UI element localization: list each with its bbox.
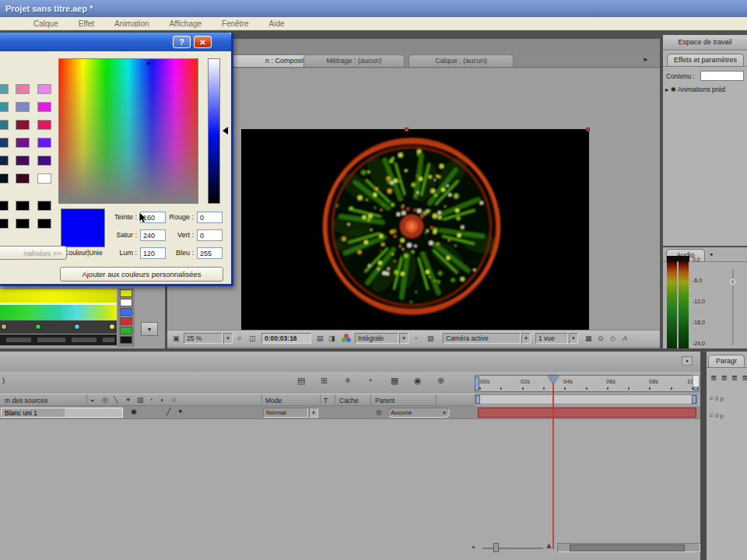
- pickwhip-icon[interactable]: ◎: [376, 408, 382, 416]
- transparency-grid-icon[interactable]: ▨: [427, 334, 434, 342]
- roi-icon[interactable]: ▫: [415, 334, 417, 342]
- gradient-swatch[interactable]: [120, 327, 132, 334]
- basic-color-swatch[interactable]: [16, 156, 30, 166]
- blue-input[interactable]: 255: [197, 247, 223, 259]
- luminance-strip[interactable]: [208, 58, 220, 204]
- basic-color-swatch[interactable]: [0, 138, 9, 148]
- audio-level-knob[interactable]: [729, 278, 736, 285]
- workspace-bar[interactable]: Espace de travail: [663, 35, 747, 51]
- selection-handle[interactable]: [586, 128, 590, 131]
- timeline-tool-icon[interactable]: ✳: [344, 376, 351, 386]
- camera-dropdown-icon[interactable]: ▼: [521, 333, 531, 344]
- dialog-help-icon[interactable]: ?: [173, 36, 191, 48]
- timeline-zoom-thumb[interactable]: [493, 543, 499, 552]
- basic-color-swatch[interactable]: [0, 84, 9, 94]
- timeline-tool-icon[interactable]: ⊕: [437, 376, 444, 386]
- hscrollbar-thumb[interactable]: [570, 544, 685, 551]
- color-picker-dialog[interactable]: ? ✕ + Couleur|Unie Teinte : 160 Satur : …: [0, 33, 233, 286]
- camera-select[interactable]: Caméra active: [443, 333, 521, 344]
- layer-name-box[interactable]: Blanc uni 1: [1, 408, 123, 418]
- timeline-tool-icon[interactable]: ▤: [297, 376, 305, 386]
- luminance-arrow-icon[interactable]: [223, 127, 228, 135]
- col-source-name[interactable]: m des sources: [5, 397, 47, 404]
- basic-color-swatch[interactable]: [16, 84, 30, 94]
- green-input[interactable]: 0: [197, 229, 223, 241]
- basic-color-swatch[interactable]: [0, 173, 9, 184]
- gradient-stop[interactable]: [1, 324, 7, 330]
- timeline-side-button[interactable]: [693, 375, 700, 387]
- dialog-close-icon[interactable]: ✕: [194, 36, 212, 48]
- audio-meter-right[interactable]: [679, 261, 689, 348]
- mask-toggle-icon[interactable]: ◫: [249, 334, 256, 342]
- custom-color-swatch[interactable]: [16, 219, 30, 229]
- pixel-aspect-icon[interactable]: ◇: [610, 334, 615, 342]
- red-input[interactable]: 0: [197, 212, 223, 223]
- col-trkmat[interactable]: T: [324, 397, 328, 404]
- gradient-swatch[interactable]: [120, 317, 132, 325]
- twirl-icon[interactable]: ▸: [665, 86, 668, 93]
- tab-metrage[interactable]: Métrage : (aucun): [303, 54, 405, 67]
- tab-calque[interactable]: Calque : (aucun): [409, 54, 514, 67]
- dialog-titlebar[interactable]: ? ✕: [0, 33, 231, 51]
- layer-switches[interactable]: ◉╱✦: [129, 408, 191, 417]
- gradient-swatch[interactable]: [120, 308, 132, 316]
- comp-viewer[interactable]: [167, 68, 663, 330]
- basic-color-swatch[interactable]: [16, 120, 30, 130]
- col-cache[interactable]: Cache: [339, 397, 359, 404]
- align-icon[interactable]: ≣: [742, 373, 747, 382]
- col-mode[interactable]: Mode: [265, 397, 282, 404]
- tab-paragraph[interactable]: Paragr: [708, 355, 745, 367]
- indent-right-field[interactable]: ≡ 0 p: [710, 412, 724, 419]
- layer-row[interactable]: Blanc uni 1 ◉╱✦ Normal ▼ ◎ Aucune ▼: [0, 406, 700, 419]
- window-titlebar[interactable]: Projet sans titre.aep *: [0, 0, 747, 17]
- col-parent[interactable]: Parent: [375, 397, 395, 404]
- layer-mode-select[interactable]: Normal: [263, 408, 308, 418]
- timeline-zoom-track[interactable]: [482, 548, 543, 549]
- region-icon[interactable]: ▣: [173, 334, 180, 342]
- custom-color-swatch[interactable]: [0, 219, 9, 229]
- gradient-swatch[interactable]: [120, 336, 132, 344]
- align-icon[interactable]: ≣: [721, 373, 728, 382]
- timeline-tool-icon[interactable]: ◔: [367, 376, 373, 385]
- grid-icon[interactable]: ▦: [585, 334, 592, 342]
- basic-color-swatch[interactable]: [37, 156, 51, 166]
- hue-saturation-field[interactable]: +: [58, 58, 198, 204]
- saturation-input[interactable]: 240: [140, 229, 166, 241]
- menu-animation[interactable]: Animation: [104, 19, 159, 28]
- presets-item[interactable]: ▸ ✱ Animations préd: [665, 86, 725, 93]
- divider[interactable]: [700, 352, 707, 560]
- zoom-out-mountain-icon[interactable]: ▲: [471, 544, 476, 549]
- timeline-tool-icon[interactable]: ◉: [414, 376, 422, 386]
- layer-switch-icon[interactable]: ◉: [131, 408, 137, 415]
- panel-menu-arrow-icon[interactable]: ►: [643, 56, 649, 63]
- add-custom-colors-button[interactable]: Ajouter aux couleurs personnalisées: [60, 267, 223, 282]
- gradient-preset-dropdown-icon[interactable]: ▼: [141, 322, 158, 336]
- basic-color-swatch[interactable]: [0, 102, 9, 112]
- basic-color-swatch[interactable]: [0, 120, 9, 130]
- fast-preview-icon[interactable]: A: [622, 334, 627, 342]
- custom-color-swatch[interactable]: [37, 219, 51, 229]
- layer-duration-bar[interactable]: [478, 408, 696, 418]
- align-icon[interactable]: ≣: [710, 373, 718, 382]
- basic-color-swatch[interactable]: [16, 138, 30, 148]
- gradient-stop[interactable]: [109, 324, 115, 330]
- ruler-left-bracket[interactable]: [475, 376, 479, 390]
- safe-zones-icon[interactable]: ⌗: [237, 334, 241, 343]
- resolution-dropdown-icon[interactable]: ▼: [399, 333, 409, 344]
- audio-tab-menu-icon[interactable]: ●: [710, 251, 713, 257]
- gradient-stop-bar[interactable]: [0, 320, 117, 334]
- menu-effet[interactable]: Effet: [68, 19, 104, 28]
- luminance-input[interactable]: 120: [140, 247, 166, 259]
- timeline-tool-icon[interactable]: ⊞: [321, 376, 328, 386]
- custom-color-swatch[interactable]: [0, 201, 9, 211]
- gradient-strip-bottom[interactable]: [0, 305, 117, 320]
- menu-affichage[interactable]: Affichage: [160, 19, 212, 28]
- work-area-start-handle[interactable]: [475, 395, 480, 404]
- audio-meter-left[interactable]: [667, 261, 677, 348]
- layer-switch-icon[interactable]: ╱: [167, 408, 170, 415]
- menu-calque[interactable]: Calque: [23, 19, 68, 28]
- views-dropdown-icon[interactable]: ▼: [569, 333, 578, 344]
- timeline-menu-icon[interactable]: ●: [682, 356, 693, 366]
- basic-color-swatch[interactable]: [37, 173, 51, 184]
- work-area-end-handle[interactable]: [692, 395, 696, 404]
